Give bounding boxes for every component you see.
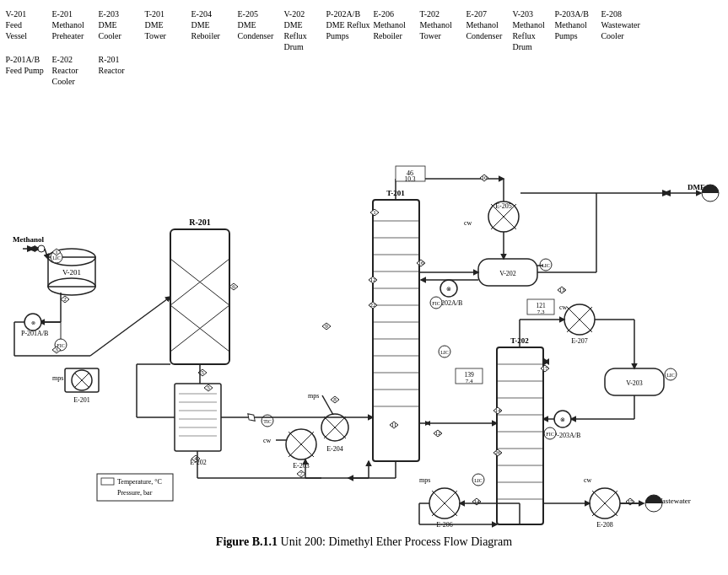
legend-temp: Temperature, °C	[117, 478, 162, 486]
stream16: 16	[418, 260, 424, 266]
label-v202: V-202	[499, 270, 516, 277]
label-p201ab: P-201A/B	[21, 330, 48, 337]
label-e203: E-203	[293, 462, 310, 470]
equip-id-p202ab: P-202A/B	[326, 8, 370, 19]
equip-id-e205: E-205	[238, 8, 281, 19]
equip-id-t202: T-202	[419, 8, 462, 19]
equip-desc-e207: Condenser	[466, 30, 509, 41]
equip-name-p201ab: Feed Pump	[6, 65, 49, 76]
stream10: 10	[481, 175, 488, 181]
equip-desc-e205: Condenser	[238, 30, 281, 41]
equip-name-v201: Feed	[6, 19, 49, 30]
equip-id-e206: E-206	[373, 8, 416, 19]
lic-t201: LIC	[440, 350, 449, 355]
svg-line-146	[90, 297, 170, 356]
stream22: 22	[369, 302, 376, 309]
equip-id-t201: T-201	[145, 8, 188, 19]
label-e205: E-205	[495, 202, 512, 210]
equip-desc-p202ab: Pumps	[326, 30, 370, 41]
label-mps-e206: mps	[419, 476, 430, 484]
svg-rect-25	[170, 229, 229, 364]
header-col-e205: E-205 DME Condenser	[238, 8, 284, 52]
header-col-e204: E-204 DME Reboiler	[191, 8, 238, 52]
stream26: 26	[494, 449, 501, 456]
equip-desc-t202: Tower	[419, 30, 462, 41]
svg-point-6	[38, 245, 45, 252]
equip-name-e208: Wastewater	[601, 19, 644, 30]
label-mps-e201: mps	[52, 374, 63, 382]
equip-name-t202: Methanol	[419, 19, 462, 30]
stream1: 1	[55, 249, 58, 255]
figure-label: Figure B.1.1	[216, 535, 278, 548]
stream15: 15	[627, 498, 634, 505]
equip-desc-e202: Cooler	[52, 76, 95, 87]
header-col-e208: E-208 Wastewater Cooler	[601, 8, 647, 52]
svg-line-7	[45, 249, 48, 259]
header-col-v202: V-202 DME Reflux Drum	[284, 8, 326, 52]
equip-desc-p203ab: Pumps	[554, 30, 597, 41]
stream17: 17	[542, 365, 548, 372]
equip-desc-v201: Vessel	[6, 30, 49, 41]
stream14: 14	[494, 407, 501, 414]
equip-id-p201ab: P-201A/B	[6, 54, 49, 65]
equip-name-p202ab: DME Reflux	[326, 19, 370, 30]
lic-v201: LIC	[52, 255, 61, 261]
stream12: 12	[369, 277, 376, 283]
stream7: 7	[299, 470, 303, 477]
label-cw-e207: cw	[559, 304, 568, 311]
val-74: 7.4	[465, 378, 472, 384]
stream14-e206: 14	[473, 498, 480, 505]
header-col-r201: R-201 Reactor	[99, 54, 145, 87]
header-col-p203ab: P-203A/B Methanol Pumps	[554, 8, 601, 52]
equip-name-e203: DME	[99, 19, 142, 30]
label-v201: V-201	[62, 268, 80, 277]
equip-name-e207: Methanol	[466, 19, 509, 30]
stream6: 6	[232, 283, 235, 290]
stream8: 8	[333, 396, 337, 403]
equip-id-e203: E-203	[99, 8, 142, 19]
label-cw-e208: cw	[584, 476, 592, 484]
header-col-v203: V-203 Methanol Reflux Drum	[512, 8, 554, 52]
fic-p202: FIC	[432, 301, 439, 306]
stream11: 11	[391, 422, 396, 428]
stream2: 2	[63, 296, 67, 303]
stream9: 9	[325, 323, 328, 330]
val-73: 7.3	[537, 309, 544, 315]
equip-desc-t201: Tower	[145, 30, 188, 41]
svg-line-152	[322, 395, 333, 415]
svg-rect-86	[497, 347, 543, 524]
label-v203: V-203	[626, 379, 643, 387]
equip-name-e202: Reactor	[52, 65, 95, 76]
equip-id-v203: V-203	[512, 8, 551, 19]
stream1-t201: 1	[373, 209, 376, 216]
lic-t202: LIC	[474, 478, 483, 483]
equip-name-e206: Methanol	[373, 19, 416, 30]
fic-p203: FIC	[546, 432, 553, 437]
equip-desc-e206: Reboiler	[373, 30, 416, 41]
stream-103: 10.3	[404, 175, 415, 183]
stream12-e206: 12	[434, 430, 441, 437]
header-col-t202: T-202 Methanol Tower	[419, 8, 466, 52]
label-p203ab: P-203A/B	[553, 432, 580, 439]
equip-id-e207: E-207	[466, 8, 509, 19]
stream5b: 5	[207, 384, 210, 391]
figure-title: Unit 200: Dimethyl Ether Process Flow Di…	[281, 535, 513, 548]
equip-id-e208: E-208	[601, 8, 644, 19]
header-col-e206: E-206 Methanol Reboiler	[373, 8, 419, 52]
svg-rect-144	[101, 478, 114, 485]
equip-name-e205: DME	[238, 19, 281, 30]
equip-desc-e201: Preheater	[52, 30, 95, 41]
header-col-p202ab: P-202A/B DME Reflux Pumps	[326, 8, 374, 52]
label-p202ab-pump: ⊗	[446, 286, 451, 293]
legend-press: Pressure, bar	[117, 489, 153, 497]
equip-desc-e204: Reboiler	[191, 30, 235, 41]
pfd-svg: V-201 LIC Methanol 1 ⊗ 2 P-201A/B	[6, 90, 723, 529]
header-col-e202: E-202 Reactor Cooler	[52, 54, 99, 87]
label-e207: E-207	[571, 337, 588, 345]
header-col-e207: E-207 Methanol Condenser	[466, 8, 512, 52]
label-r201: R-201	[189, 218, 211, 227]
tic-e204: TIC	[263, 419, 272, 424]
label-p203ab-pump: ⊗	[560, 416, 565, 423]
header-col-t201: T-201 DME Tower	[145, 8, 191, 52]
label-e201: E-201	[73, 396, 90, 404]
